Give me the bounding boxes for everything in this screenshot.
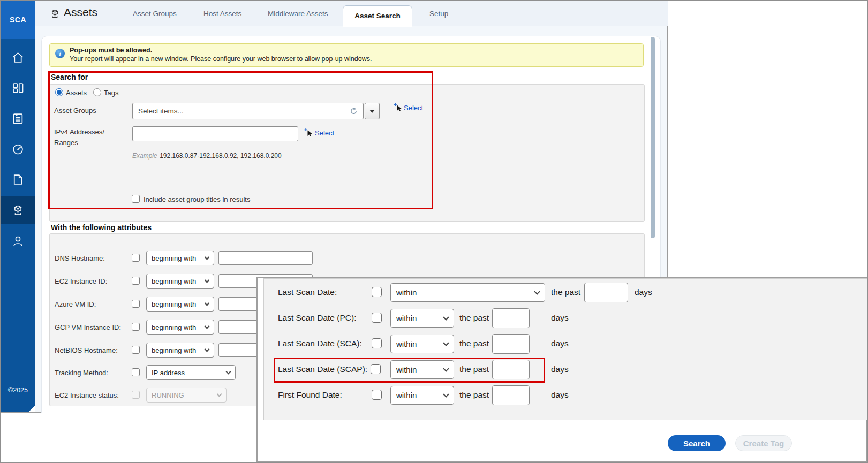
first-found-date-checkbox[interactable] [372,390,382,400]
days-label: days [551,313,569,323]
last-scan-date-pc-operator-select[interactable]: within [390,309,454,328]
modules-grid-icon[interactable] [11,81,25,95]
home-icon[interactable] [11,50,25,65]
dns-hostname-operator-select[interactable]: beginning with [146,251,214,265]
radio-tags-label[interactable]: Tags [104,89,118,97]
policies-page-icon[interactable] [11,172,25,187]
ipv4-label-line2: Ranges [54,139,78,147]
refresh-icon[interactable] [350,107,358,115]
example-value: 192.168.0.87-192.168.0.92, 192.168.0.200 [160,152,282,160]
the-past-label: the past [459,313,489,323]
tab-asset-search[interactable]: Asset Search [343,5,412,27]
first-found-date-days-input[interactable] [492,385,530,405]
include-asset-group-titles-checkbox[interactable] [132,195,140,203]
ec2-instance-status-label: EC2 Instance status: [55,391,119,399]
search-for-heading: Search for [51,73,88,81]
dropdown-arrow-icon [369,110,375,113]
gcp-vm-instance-id-label: GCP VM Instance ID: [55,323,121,331]
last-scan-date-sca-checkbox[interactable] [372,338,382,348]
asset-groups-combobox[interactable]: Select items... [132,103,364,119]
ipv4-select-link[interactable]: Select [315,129,334,137]
chevron-down-icon [205,323,210,329]
the-past-label: the past [459,339,489,348]
chevron-down-icon [534,289,540,294]
tab-asset-groups[interactable]: Asset Groups [133,1,177,26]
ipv4-input[interactable] [132,126,298,141]
netbios-hostname-operator-select[interactable]: beginning with [146,343,214,358]
last-scan-date-scap-operator-select[interactable]: within [390,360,454,379]
gcp-vm-instance-id-checkbox[interactable] [132,323,140,331]
last-scan-date-pc-days-input[interactable] [492,308,530,328]
chevron-down-icon [217,391,222,397]
app-logo: SCA [1,1,35,39]
notice-title: Pop-ups must be allowed. [70,47,152,54]
tracking-method-select[interactable]: IP address [146,365,236,380]
ipv4-label-line1: IPv4 Addresses/ [54,128,104,136]
radio-assets-label[interactable]: Assets [66,89,87,97]
inset-divider [263,427,866,427]
chevron-down-icon [205,277,210,283]
last-scan-date-operator-select[interactable]: within [390,283,545,302]
azure-vm-id-operator-select[interactable]: beginning with [146,297,214,312]
asset-groups-placeholder: Select items... [138,107,350,115]
logo-corner-triangle [28,406,35,412]
tab-middleware-assets[interactable]: Middleware Assets [268,1,328,26]
search-button[interactable]: Search [668,435,726,451]
days-label: days [551,390,569,400]
info-icon: i [55,49,65,58]
last-scan-date-scap-label: Last Scan Date (SCAP): [278,365,367,374]
the-past-label: the past [551,287,580,297]
tab-host-assets[interactable]: Host Assets [203,1,241,26]
last-scan-date-label: Last Scan Date: [278,287,337,297]
reports-icon[interactable] [11,111,25,126]
gcp-vm-instance-id-operator-select[interactable]: beginning with [146,320,214,335]
tracking-method-checkbox[interactable] [132,368,140,376]
last-scan-date-pc-checkbox[interactable] [372,313,382,323]
dns-hostname-checkbox[interactable] [132,254,140,262]
notice-body: Your report will appear in a new window.… [70,55,372,63]
include-asset-group-titles-label[interactable]: Include asset group titles in results [144,195,250,203]
netbios-hostname-checkbox[interactable] [132,346,140,354]
copyright-label: ©2025 [1,386,35,394]
asset-groups-dropdown-button[interactable] [365,103,380,119]
last-scan-date-sca-days-input[interactable] [492,334,530,354]
page-title: Assets [64,6,97,19]
sidebar-item-assets-active[interactable] [1,196,35,224]
last-scan-date-checkbox[interactable] [372,287,382,297]
netbios-hostname-label: NetBIOS Hostname: [55,346,118,354]
example-label: Example [132,152,157,160]
last-scan-date-scap-checkbox[interactable] [371,364,381,374]
last-scan-date-sca-operator-select[interactable]: within [390,335,454,353]
azure-vm-id-checkbox[interactable] [132,300,140,308]
days-label: days [551,339,569,348]
ec2-instance-id-checkbox[interactable] [132,277,140,285]
last-scan-date-days-input[interactable] [584,283,628,302]
tab-setup[interactable]: Setup [429,1,448,26]
days-label: days [551,365,569,374]
the-past-label: the past [459,365,489,374]
ec2-instance-status-checkbox [132,391,140,399]
ec2-instance-id-operator-select[interactable]: beginning with [146,274,214,289]
chevron-down-icon [443,366,449,371]
last-scan-date-pc-label: Last Scan Date (PC): [278,313,356,323]
users-icon[interactable] [11,234,25,248]
create-tag-button: Create Tag [735,435,792,451]
chevron-down-icon [443,340,449,346]
last-scan-date-scap-days-input[interactable] [492,360,530,379]
chevron-down-icon [443,391,449,397]
chevron-down-icon [205,300,210,306]
radio-assets[interactable] [55,88,63,96]
chevron-down-icon [205,254,210,260]
first-found-date-label: First Found Date: [278,390,342,400]
vertical-scrollbar[interactable] [651,37,655,238]
scans-gauge-icon[interactable] [11,142,25,156]
screenshot-canvas: Assets Asset Groups Host Assets Middlewa… [0,0,868,463]
last-scan-date-sca-label: Last Scan Date (SCA): [278,339,362,348]
dns-hostname-input[interactable] [218,251,313,265]
assets-cube-icon [49,7,61,20]
radio-tags[interactable] [93,88,101,96]
asset-groups-select-link[interactable]: Select [404,104,423,112]
chevron-down-icon [226,369,231,374]
first-found-date-operator-select[interactable]: within [390,386,454,405]
chevron-down-icon [205,346,210,352]
